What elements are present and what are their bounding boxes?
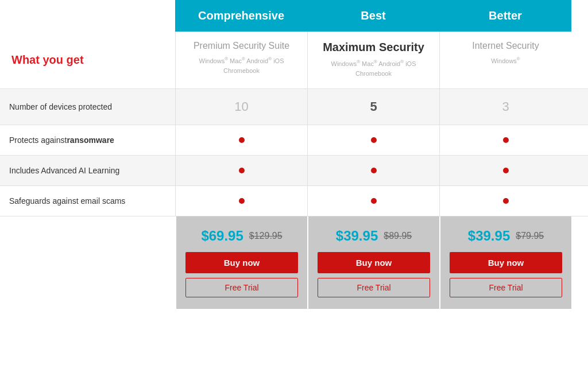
product-row: What you get Premium Security Suite Wind… (0, 32, 588, 89)
buy-now-button-0[interactable]: Buy now (185, 252, 298, 273)
price-original-1: $89.95 (384, 231, 412, 241)
free-trial-button-0[interactable]: Free Trial (185, 278, 298, 297)
product-name-0: Premium Security Suite (183, 41, 300, 51)
dot-icon (503, 198, 509, 204)
feature-label-devices: Number of devices protected (0, 89, 175, 125)
free-trial-button-2[interactable]: Free Trial (450, 278, 562, 297)
product-name-2: Internet Security (447, 41, 564, 51)
dot-icon (503, 168, 509, 173)
feature-value-ai-2 (439, 156, 571, 185)
pricing-cell-0: $69.95 $129.95 Buy now Free Trial (175, 216, 307, 309)
product-cell-1: Maximum Security Windows® Mac® Android® … (307, 32, 439, 88)
feature-row-email: Safeguards against email scams (0, 186, 588, 216)
pricing-row: $69.95 $129.95 Buy now Free Trial $39.95… (0, 216, 588, 309)
dot-icon (239, 198, 245, 204)
feature-label-email: Safeguards against email scams (0, 186, 175, 216)
header-row: Comprehensive Best Better (0, 0, 588, 32)
feature-value-devices-1: 5 (307, 89, 439, 125)
feature-value-devices-0: 10 (175, 89, 307, 125)
price-original-0: $129.95 (249, 231, 283, 241)
price-row-2: $39.95 $79.95 (450, 228, 562, 244)
dot-icon (239, 168, 245, 173)
comparison-table: Comprehensive Best Better What you get P… (0, 0, 588, 368)
price-row-1: $39.95 $89.95 (318, 228, 430, 244)
pricing-cell-1: $39.95 $89.95 Buy now Free Trial (307, 216, 439, 309)
dot-icon (371, 168, 377, 173)
header-better: Better (439, 0, 571, 32)
dot-icon (239, 137, 245, 143)
buy-now-button-1[interactable]: Buy now (318, 252, 430, 273)
header-comprehensive: Comprehensive (175, 0, 307, 32)
pricing-empty-cell (0, 216, 175, 309)
product-name-1: Maximum Security (315, 41, 432, 54)
dot-icon (371, 137, 377, 143)
what-you-get-cell: What you get (0, 32, 175, 88)
feature-value-ai-1 (307, 156, 439, 185)
price-row-0: $69.95 $129.95 (185, 228, 298, 244)
product-platforms-1: Windows® Mac® Android® iOSChromebook (315, 59, 432, 79)
feature-label-ransomware: Protects against ransomware (0, 125, 175, 155)
feature-value-email-1 (307, 186, 439, 216)
feature-row-devices: Number of devices protected 10 5 3 (0, 89, 588, 125)
product-platforms-0: Windows® Mac® Android® iOSChromebook (183, 56, 300, 76)
price-current-1: $39.95 (336, 228, 378, 244)
feature-row-ransomware: Protects against ransomware (0, 125, 588, 156)
price-current-2: $39.95 (468, 228, 510, 244)
feature-value-email-0 (175, 186, 307, 216)
header-empty-cell (0, 0, 175, 32)
feature-value-ransomware-2 (439, 125, 571, 155)
dot-icon (371, 198, 377, 204)
feature-value-ai-0 (175, 156, 307, 185)
feature-row-ai: Includes Advanced AI Learning (0, 156, 588, 186)
header-best: Best (307, 0, 439, 32)
feature-value-ransomware-1 (307, 125, 439, 155)
dot-icon (503, 137, 509, 143)
buy-now-button-2[interactable]: Buy now (450, 252, 562, 273)
free-trial-button-1[interactable]: Free Trial (318, 278, 430, 297)
product-cell-2: Internet Security Windows® (439, 32, 571, 88)
pricing-cell-2: $39.95 $79.95 Buy now Free Trial (439, 216, 571, 309)
price-original-2: $79.95 (516, 231, 544, 241)
feature-value-devices-2: 3 (439, 89, 571, 125)
product-cell-0: Premium Security Suite Windows® Mac® And… (175, 32, 307, 88)
feature-label-ai: Includes Advanced AI Learning (0, 156, 175, 185)
price-current-0: $69.95 (201, 228, 243, 244)
feature-value-ransomware-0 (175, 125, 307, 155)
what-you-get-label: What you get (11, 53, 84, 67)
product-platforms-2: Windows® (447, 56, 564, 66)
feature-value-email-2 (439, 186, 571, 216)
